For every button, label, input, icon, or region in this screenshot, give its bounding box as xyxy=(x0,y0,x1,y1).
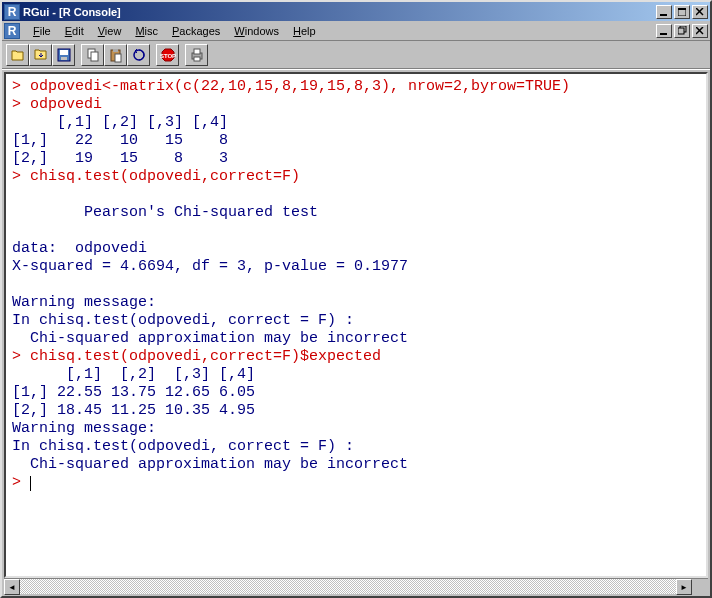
close-button[interactable] xyxy=(692,5,708,19)
mdi-minimize-button[interactable] xyxy=(656,24,672,38)
toolbar: STOP xyxy=(2,41,710,69)
stop-button[interactable]: STOP xyxy=(156,44,179,66)
menu-packages[interactable]: Packages xyxy=(165,23,227,39)
maximize-button[interactable] xyxy=(674,5,690,19)
mdi-controls xyxy=(654,24,708,38)
scroll-track[interactable] xyxy=(20,579,676,594)
open-button[interactable] xyxy=(6,44,29,66)
mdi-app-icon[interactable]: R xyxy=(4,23,20,39)
scroll-right-button[interactable]: ► xyxy=(676,579,692,595)
mdi-close-button[interactable] xyxy=(692,24,708,38)
svg-rect-2 xyxy=(678,8,686,10)
mdi-restore-button[interactable] xyxy=(674,24,690,38)
svg-rect-7 xyxy=(678,28,684,34)
svg-rect-14 xyxy=(91,52,98,61)
svg-rect-22 xyxy=(194,49,200,54)
r-console[interactable]: > odpovedi<-matrix(c(22,10,15,8,19,15,8,… xyxy=(4,72,708,578)
print-button[interactable] xyxy=(185,44,208,66)
save-button[interactable] xyxy=(52,44,75,66)
main-window: R RGui - [R Console] R File Edit View Mi… xyxy=(0,0,712,598)
minimize-button[interactable] xyxy=(656,5,672,19)
menubar: R File Edit View Misc Packages Windows H… xyxy=(2,21,710,41)
svg-rect-17 xyxy=(115,54,121,62)
menu-file[interactable]: File xyxy=(26,23,58,39)
console-output[interactable]: > odpovedi<-matrix(c(22,10,15,8,19,15,8,… xyxy=(6,74,706,496)
svg-rect-5 xyxy=(660,33,667,35)
paste-button[interactable] xyxy=(104,44,127,66)
svg-rect-12 xyxy=(61,57,67,60)
copy-paste-button[interactable] xyxy=(127,44,150,66)
window-title: RGui - [R Console] xyxy=(23,6,654,18)
console-area: > odpovedi<-matrix(c(22,10,15,8,19,15,8,… xyxy=(2,69,710,596)
scroll-corner xyxy=(692,579,708,595)
svg-rect-0 xyxy=(660,14,667,16)
svg-rect-16 xyxy=(113,49,118,52)
svg-text:STOP: STOP xyxy=(160,53,176,59)
horizontal-scrollbar: ◄ ► xyxy=(4,578,708,594)
svg-rect-23 xyxy=(194,57,200,61)
copy-button[interactable] xyxy=(81,44,104,66)
menu-misc[interactable]: Misc xyxy=(128,23,165,39)
load-workspace-button[interactable] xyxy=(29,44,52,66)
menu-windows[interactable]: Windows xyxy=(227,23,286,39)
titlebar[interactable]: R RGui - [R Console] xyxy=(2,2,710,21)
svg-rect-11 xyxy=(60,50,68,55)
menu-view[interactable]: View xyxy=(91,23,129,39)
scroll-left-button[interactable]: ◄ xyxy=(4,579,20,595)
window-controls xyxy=(654,5,708,19)
app-icon: R xyxy=(4,4,20,20)
menu-help[interactable]: Help xyxy=(286,23,323,39)
menu-edit[interactable]: Edit xyxy=(58,23,91,39)
